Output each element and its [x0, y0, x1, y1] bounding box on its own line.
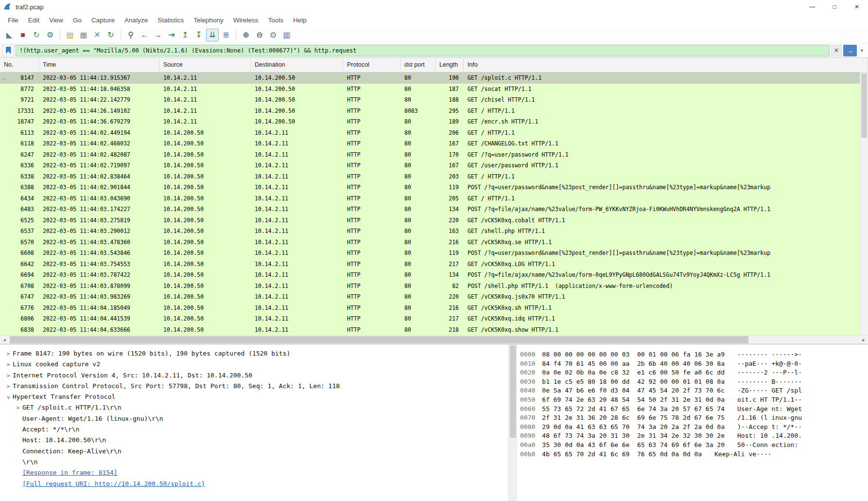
- menu-view[interactable]: View: [44, 15, 68, 26]
- detail-line[interactable]: >Transmission Control Protocol, Src Port…: [0, 381, 508, 392]
- start-capture-icon[interactable]: ◣: [3, 29, 16, 41]
- hex-row[interactable]: 00200a 0e 02 0b 0a 0e c8 32 e1 c6 00 50 …: [520, 368, 868, 377]
- detail-line[interactable]: >Hypertext Transfer Protocol: [0, 392, 508, 402]
- hex-row[interactable]: 000008 00 00 00 00 00 00 03 00 01 00 06 …: [520, 350, 868, 359]
- detail-line[interactable]: Host: 10.14.200.50\r\n: [0, 435, 508, 446]
- column-header-destination[interactable]: Destination: [251, 58, 343, 72]
- detail-link[interactable]: [Full request URI: http://10.14.200.50/s…: [22, 480, 205, 487]
- menu-file[interactable]: File: [3, 15, 23, 26]
- packet-row[interactable]: 87722022-03-05 11:44:18.04635810.14.2.11…: [0, 84, 868, 95]
- minimize-button[interactable]: —: [801, 0, 823, 14]
- go-to-packet-icon[interactable]: ⇥: [165, 29, 178, 41]
- details-vertical-scrollbar[interactable]: [508, 344, 517, 501]
- detail-line[interactable]: Accept: */*\r\n: [0, 424, 508, 435]
- hex-row[interactable]: 00702f 31 2e 31 36 20 28 6c 69 6e 75 78 …: [520, 413, 868, 423]
- hex-row[interactable]: 009048 6f 73 74 3a 20 31 30 2e 31 34 2e …: [520, 431, 868, 441]
- packet-row[interactable]: 63882022-03-05 11:44:02.90184410.14.200.…: [0, 182, 868, 193]
- detail-line[interactable]: [Response in frame: 8154]: [0, 467, 508, 478]
- packet-row[interactable]: 64342022-03-05 11:44:03.04369010.14.200.…: [0, 193, 868, 204]
- packet-row[interactable]: 61132022-03-05 11:44:02.44919410.14.200.…: [0, 127, 868, 139]
- maximize-button[interactable]: □: [823, 0, 846, 14]
- column-header-length[interactable]: Length: [435, 58, 464, 72]
- filter-input[interactable]: [16, 45, 830, 56]
- hex-row[interactable]: 0030b1 1e c5 e5 80 18 00 dd 42 92 00 00 …: [520, 377, 868, 387]
- hex-row[interactable]: 00400e 5a 47 b6 e6 f0 d3 04 47 45 54 20 …: [520, 386, 868, 395]
- menu-telephony[interactable]: Telephony: [189, 15, 228, 26]
- packet-row[interactable]: 67762022-03-05 11:44:04.18504910.14.200.…: [0, 303, 868, 314]
- menu-capture[interactable]: Capture: [87, 15, 120, 26]
- packet-row[interactable]: →81472022-03-05 11:44:13.91536710.14.2.1…: [0, 72, 868, 84]
- detail-line[interactable]: >GET /sploit.c HTTP/1.1\r\n: [0, 402, 508, 413]
- menu-help[interactable]: Help: [288, 15, 312, 26]
- hex-row[interactable]: 001084 f4 70 61 45 00 00 aa 2b 6b 40 00 …: [520, 359, 868, 369]
- filter-apply-icon[interactable]: →: [843, 45, 857, 56]
- go-first-packet-icon[interactable]: ↥: [179, 29, 191, 41]
- packet-row[interactable]: 63362022-03-05 11:44:02.71909710.14.200.…: [0, 160, 868, 171]
- packet-list-horizontal-scrollbar[interactable]: ◂ ▸: [0, 335, 868, 344]
- packet-row[interactable]: 62472022-03-05 11:44:02.48208710.14.200.…: [0, 149, 868, 161]
- go-forward-icon[interactable]: →: [152, 29, 164, 41]
- packet-row[interactable]: 66082022-03-05 11:44:03.54384610.14.200.…: [0, 248, 868, 259]
- packet-row[interactable]: 68382022-03-05 11:44:04.63366610.14.200.…: [0, 324, 868, 336]
- find-packet-icon[interactable]: ⚲: [124, 29, 137, 41]
- packet-row[interactable]: 64832022-03-05 11:44:03.17422710.14.200.…: [0, 204, 868, 215]
- expander-icon[interactable]: >: [4, 349, 13, 359]
- menu-wireless[interactable]: Wireless: [228, 15, 263, 26]
- zoom-in-icon[interactable]: ⊕: [240, 29, 252, 41]
- menu-edit[interactable]: Edit: [23, 15, 44, 26]
- filter-bookmark-icon[interactable]: [2, 45, 14, 56]
- vertical-scrollbar-thumb[interactable]: [861, 73, 867, 138]
- menu-statistics[interactable]: Statistics: [153, 15, 189, 26]
- detail-line[interactable]: Connection: Keep-Alive\r\n: [0, 446, 508, 457]
- filter-clear-icon[interactable]: ✕: [831, 45, 842, 56]
- expander-icon[interactable]: >: [4, 359, 13, 370]
- details-scrollbar-thumb[interactable]: [510, 345, 516, 438]
- column-header-time[interactable]: Time: [39, 58, 159, 72]
- close-button[interactable]: ✕: [846, 0, 868, 14]
- packet-row[interactable]: 67472022-03-05 11:44:03.98326910.14.200.…: [0, 291, 868, 303]
- go-last-packet-icon[interactable]: ↧: [192, 29, 205, 41]
- hex-row[interactable]: 006055 73 65 72 2d 41 67 65 6e 74 3a 20 …: [520, 405, 868, 414]
- detail-line[interactable]: >Internet Protocol Version 4, Src: 10.14…: [0, 370, 508, 381]
- detail-line[interactable]: >Frame 8147: 190 bytes on wire (1520 bit…: [0, 348, 508, 359]
- packet-row[interactable]: 68062022-03-05 11:44:04.44153910.14.200.…: [0, 313, 868, 324]
- restart-capture-icon[interactable]: ↻: [30, 29, 43, 41]
- scroll-left-icon[interactable]: ◂: [0, 337, 9, 342]
- expander-icon[interactable]: >: [4, 381, 13, 392]
- menu-analyze[interactable]: Analyze: [120, 15, 153, 26]
- horizontal-scrollbar-thumb[interactable]: [10, 336, 748, 343]
- packet-row[interactable]: 67082022-03-05 11:44:03.87809910.14.200.…: [0, 281, 868, 292]
- column-header-source[interactable]: Source: [159, 58, 251, 72]
- packet-row[interactable]: 63382022-03-05 11:44:02.83846410.14.200.…: [0, 171, 868, 182]
- close-file-icon[interactable]: ✕: [91, 29, 104, 41]
- zoom-original-icon[interactable]: ⊙: [267, 29, 279, 41]
- packet-row[interactable]: 173312022-03-05 11:44:26.14910210.14.2.1…: [0, 106, 868, 117]
- packet-row[interactable]: 65372022-03-05 11:44:03.29001210.14.200.…: [0, 226, 868, 237]
- zoom-out-icon[interactable]: ⊖: [253, 29, 266, 41]
- hex-row[interactable]: 00506f 69 74 2e 63 20 48 54 54 50 2f 31 …: [520, 395, 868, 405]
- expander-icon[interactable]: >: [4, 371, 13, 381]
- reload-file-icon[interactable]: ↻: [104, 29, 117, 41]
- filter-expression-caret-icon[interactable]: ▾: [858, 48, 866, 53]
- packet-row[interactable]: 61182022-03-05 11:44:02.46803210.14.200.…: [0, 138, 868, 149]
- packet-row[interactable]: 97212022-03-05 11:44:22.14277910.14.2.11…: [0, 94, 868, 106]
- packet-row[interactable]: 66942022-03-05 11:44:03.78742210.14.200.…: [0, 269, 868, 281]
- expander-icon[interactable]: >: [3, 393, 14, 402]
- detail-link[interactable]: [Response in frame: 8154]: [22, 469, 118, 476]
- detail-line[interactable]: >Linux cooked capture v2: [0, 359, 508, 370]
- capture-options-icon[interactable]: ⚙: [44, 29, 56, 41]
- detail-line[interactable]: [Full request URI: http://10.14.200.50/s…: [0, 479, 508, 489]
- scroll-right-icon[interactable]: ▸: [859, 337, 868, 342]
- resize-columns-icon[interactable]: ▥: [280, 29, 293, 41]
- packet-row[interactable]: 65702022-03-05 11:44:03.47836010.14.200.…: [0, 237, 868, 248]
- hex-row[interactable]: 008029 0d 0a 41 63 63 65 70 74 3a 20 2a …: [520, 423, 868, 432]
- column-header-info[interactable]: Info: [464, 58, 868, 72]
- expander-icon[interactable]: >: [14, 403, 22, 413]
- detail-line[interactable]: User-Agent: Wget/1.16 (linux-gnu)\r\n: [0, 413, 508, 424]
- column-header-no[interactable]: No.: [0, 58, 39, 72]
- hex-row[interactable]: 00a035 30 0d 0a 43 6f 6e 6e 65 63 74 69 …: [520, 441, 868, 450]
- detail-line[interactable]: \r\n: [0, 457, 508, 467]
- horizontal-scrollbar-track[interactable]: [9, 336, 859, 344]
- menu-go[interactable]: Go: [68, 15, 87, 26]
- packet-row[interactable]: 66422022-03-05 11:44:03.75455310.14.200.…: [0, 259, 868, 270]
